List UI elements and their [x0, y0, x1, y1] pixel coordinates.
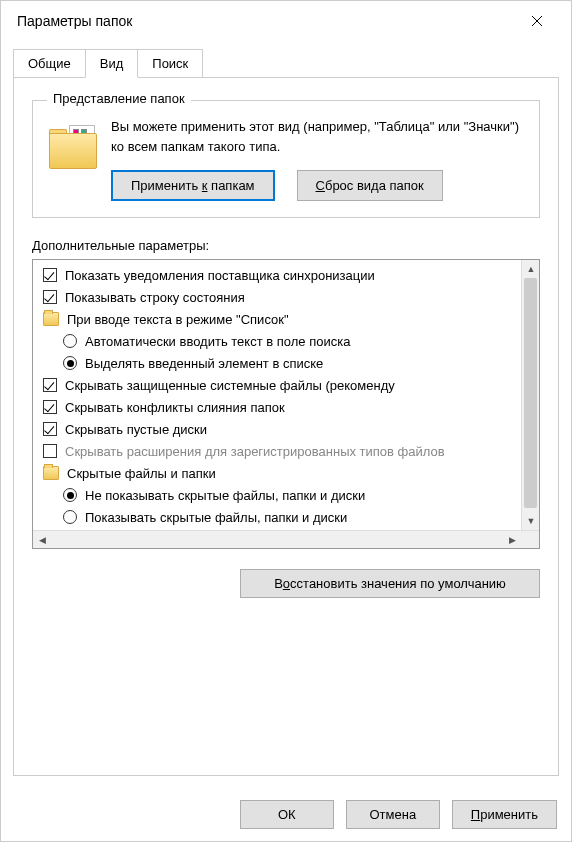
- folder-icon: [43, 312, 59, 326]
- scroll-down-arrow[interactable]: ▼: [522, 512, 540, 530]
- tab-general[interactable]: Общие: [13, 49, 86, 78]
- tree-item[interactable]: Скрывать пустые диски: [33, 418, 521, 440]
- titlebar: Параметры папок: [1, 1, 571, 41]
- folder-icon: [43, 466, 59, 480]
- tree-item[interactable]: Скрывать расширения для зарегистрированн…: [33, 440, 521, 462]
- tree-item[interactable]: Скрытые файлы и папки: [33, 462, 521, 484]
- checkbox[interactable]: [43, 422, 57, 436]
- tree-item-label: При вводе текста в режиме "Список": [67, 312, 289, 327]
- tree-item-label: Показывать строку состояния: [65, 290, 245, 305]
- horizontal-scrollbar[interactable]: ◀ ▶: [33, 530, 539, 548]
- scroll-corner: [521, 531, 539, 549]
- restore-defaults-button[interactable]: Восстановить значения по умолчанию: [240, 569, 540, 598]
- advanced-settings-label: Дополнительные параметры:: [32, 238, 540, 253]
- checkbox[interactable]: [43, 400, 57, 414]
- checkbox[interactable]: [43, 444, 57, 458]
- folder-views-row: Вы можете применить этот вид (например, …: [49, 117, 523, 201]
- tree-item[interactable]: Скрывать защищенные системные файлы (рек…: [33, 374, 521, 396]
- apply-to-folders-button[interactable]: Применить к папкам: [111, 170, 275, 201]
- radio[interactable]: [63, 334, 77, 348]
- tree-item[interactable]: Показать уведомления поставщика синхрони…: [33, 264, 521, 286]
- folder-views-description: Вы можете применить этот вид (например, …: [111, 117, 523, 156]
- checkbox[interactable]: [43, 378, 57, 392]
- tree-item-label: Скрывать расширения для зарегистрированн…: [65, 444, 445, 459]
- folder-icon: [49, 121, 97, 169]
- scroll-left-arrow[interactable]: ◀: [33, 531, 51, 549]
- tab-strip: Общие Вид Поиск: [13, 49, 559, 78]
- tree-item-label: Показать уведомления поставщика синхрони…: [65, 268, 375, 283]
- checkbox[interactable]: [43, 290, 57, 304]
- checkbox[interactable]: [43, 268, 57, 282]
- tab-view[interactable]: Вид: [85, 49, 139, 78]
- close-button[interactable]: [515, 6, 559, 36]
- content-area: Общие Вид Поиск Представление папок: [1, 41, 571, 788]
- tree-item-label: Скрывать защищенные системные файлы (рек…: [65, 378, 395, 393]
- tree-item[interactable]: Не показывать скрытые файлы, папки и дис…: [33, 484, 521, 506]
- tree-item-label: Выделять введенный элемент в списке: [85, 356, 323, 371]
- dialog-button-bar: ОК Отмена Применить: [1, 788, 571, 841]
- radio[interactable]: [63, 488, 77, 502]
- tree-item[interactable]: Показывать строку состояния: [33, 286, 521, 308]
- tree-item-label: Показывать скрытые файлы, папки и диски: [85, 510, 347, 525]
- radio[interactable]: [63, 510, 77, 524]
- ok-button[interactable]: ОК: [240, 800, 334, 829]
- scroll-right-arrow[interactable]: ▶: [503, 531, 521, 549]
- folder-views-group: Представление папок Вы можете применить …: [32, 100, 540, 218]
- tab-panel-view: Представление папок Вы можете применить …: [13, 77, 559, 776]
- close-icon: [531, 15, 543, 27]
- window-title: Параметры папок: [17, 13, 132, 29]
- scroll-thumb-v[interactable]: [524, 278, 537, 508]
- vertical-scrollbar[interactable]: ▲ ▼: [521, 260, 539, 530]
- tree-item-label: Скрывать пустые диски: [65, 422, 207, 437]
- advanced-settings-tree: Показать уведомления поставщика синхрони…: [32, 259, 540, 549]
- tree-item-label: Не показывать скрытые файлы, папки и дис…: [85, 488, 365, 503]
- tree-item[interactable]: При вводе текста в режиме "Список": [33, 308, 521, 330]
- radio[interactable]: [63, 356, 77, 370]
- reset-folders-button[interactable]: Сброс вида папок: [297, 170, 443, 201]
- folder-options-dialog: Параметры папок Общие Вид Поиск Представ…: [0, 0, 572, 842]
- tree-body: Показать уведомления поставщика синхрони…: [33, 260, 521, 530]
- tab-search[interactable]: Поиск: [137, 49, 203, 78]
- cancel-button[interactable]: Отмена: [346, 800, 440, 829]
- tree-item[interactable]: Показывать скрытые файлы, папки и диски: [33, 506, 521, 528]
- folder-views-group-title: Представление папок: [47, 91, 191, 106]
- tree-item-label: Скрытые файлы и папки: [67, 466, 216, 481]
- tree-item-label: Автоматически вводить текст в поле поиск…: [85, 334, 350, 349]
- scroll-up-arrow[interactable]: ▲: [522, 260, 540, 278]
- apply-button[interactable]: Применить: [452, 800, 557, 829]
- tree-item-label: Скрывать конфликты слияния папок: [65, 400, 285, 415]
- tree-item[interactable]: Выделять введенный элемент в списке: [33, 352, 521, 374]
- tree-item[interactable]: Скрывать конфликты слияния папок: [33, 396, 521, 418]
- tree-item[interactable]: Автоматически вводить текст в поле поиск…: [33, 330, 521, 352]
